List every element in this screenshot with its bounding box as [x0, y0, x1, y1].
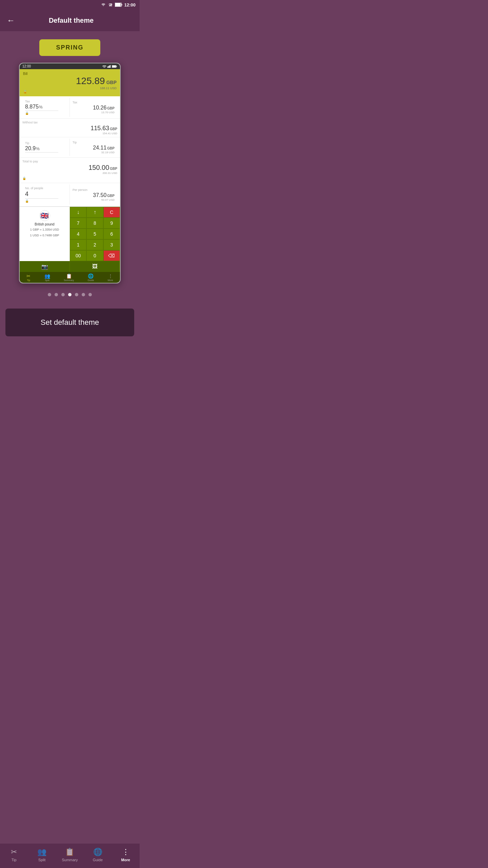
tax-right-label: Tax [73, 101, 115, 104]
phone-nav-guide[interactable]: 🌐 Guide [88, 273, 94, 281]
per-person-amount: 37.50 [93, 192, 106, 198]
dot-2[interactable] [55, 293, 58, 296]
bill-secondary-amount: 168.11 USD [23, 86, 117, 90]
bill-label: Bill [23, 72, 117, 76]
status-icons [101, 3, 122, 7]
key-arrow-up[interactable]: ↑ [86, 207, 103, 218]
phone-mockup: 12:00 Bill 125.89 GBP 168.11 USD 🔒 Tax 8… [19, 63, 121, 283]
phone-nav-tip[interactable]: ✂ Tip [26, 273, 30, 281]
keypad-row-1: ↓ ↑ C [70, 207, 120, 218]
tax-percent-sign: % [39, 105, 43, 110]
per-person-label: Per person [73, 188, 115, 192]
key-delete[interactable]: ⌫ [103, 250, 120, 261]
key-1[interactable]: 1 [70, 239, 86, 250]
tip-amount-cell: Tip 24.11 GBP 32.19 USD [70, 139, 117, 156]
phone-nav-split[interactable]: 👥 Split [44, 273, 50, 281]
key-4[interactable]: 4 [70, 229, 86, 239]
tax-percent-cell: Tax 8.875 % 🔒 [22, 98, 70, 117]
phone-nav-more[interactable]: ⋮ More [108, 273, 113, 281]
tip-percent-sign: % [36, 146, 40, 151]
dot-3[interactable] [61, 293, 65, 296]
key-arrow-down[interactable]: ↓ [70, 207, 86, 218]
key-clear[interactable]: C [103, 207, 120, 218]
phone-nav-summary-label: Summary [64, 279, 74, 281]
key-9[interactable]: 9 [103, 218, 120, 229]
dot-4[interactable] [68, 293, 72, 296]
phone-nav-guide-label: Guide [88, 279, 94, 281]
phone-status-icons [102, 65, 117, 68]
per-person-currency: GBP [107, 194, 115, 198]
total-to-pay-amount: 150.00 [88, 164, 109, 172]
image-icon: 🖼 [92, 263, 98, 270]
camera-button[interactable]: 📷 [20, 261, 70, 272]
image-button[interactable]: 🖼 [70, 261, 120, 272]
phone-nav-split-label: Split [45, 279, 49, 281]
tip-usd: 32.19 USD [73, 151, 115, 154]
bill-amount-row: 125.89 GBP [23, 76, 117, 86]
tax-row: Tax 8.875 % 🔒 Tax 10.26 GBP 13.70 USD [20, 96, 120, 119]
key-6[interactable]: 6 [103, 229, 120, 239]
tip-amount: 24.11 [93, 145, 106, 151]
svg-rect-1 [110, 5, 110, 6]
key-7[interactable]: 7 [70, 218, 86, 229]
svg-rect-5 [115, 3, 121, 6]
dot-7[interactable] [88, 293, 92, 296]
tax-lock-icon: 🔒 [25, 112, 67, 115]
without-tax-amount: 115.63 [90, 125, 109, 132]
key-3[interactable]: 3 [103, 239, 120, 250]
svg-rect-10 [110, 65, 111, 68]
keypad-row-3: 4 5 6 [70, 229, 120, 239]
key-double-zero[interactable]: 00 [70, 250, 86, 261]
exchange-rate-2: 1 USD = 0.7488 GBP [30, 233, 59, 238]
key-2[interactable]: 2 [86, 239, 103, 250]
tax-amount-cell: Tax 10.26 GBP 13.70 USD [70, 98, 117, 117]
key-0[interactable]: 0 [86, 250, 103, 261]
page-title: Default theme [22, 17, 121, 24]
status-time: 12:00 [124, 2, 136, 7]
keypad-row-5: 00 0 ⌫ [70, 250, 120, 261]
dot-1[interactable] [48, 293, 51, 296]
phone-battery-icon [112, 65, 117, 68]
currency-flag: 🇬🇧 [39, 210, 50, 221]
key-8[interactable]: 8 [86, 218, 103, 229]
phone-nav-summary-icon: 📋 [66, 273, 72, 279]
phone-status-time: 12:00 [22, 64, 31, 68]
bottom-section: 🇬🇧 British pound 1 GBP = 1.3354 USD 1 US… [20, 206, 120, 261]
key-5[interactable]: 5 [86, 229, 103, 239]
per-person-amount-cell: Per person 37.50 GBP 50.07 USD [70, 184, 117, 205]
total-to-pay-row: Total to pay 150.00 GBP 200.31 USD 🔒 [20, 158, 120, 183]
phone-nav-tip-icon: ✂ [26, 273, 30, 279]
svg-rect-12 [112, 65, 116, 67]
svg-rect-9 [109, 65, 110, 68]
camera-icon: 📷 [41, 263, 48, 270]
app-header: ← Default theme [0, 9, 140, 31]
svg-rect-0 [109, 5, 110, 6]
tax-percent-value: 8.875 [25, 104, 39, 110]
set-default-button[interactable]: Set default theme [5, 309, 134, 336]
dot-5[interactable] [75, 293, 78, 296]
spring-button[interactable]: SPRING [39, 39, 100, 56]
svg-rect-3 [111, 4, 112, 6]
total-lock-icon: 🔒 [22, 177, 26, 180]
phone-status-bar: 12:00 [20, 63, 120, 69]
tip-row: Tip 20.9 % Tip 24.11 GBP 32.19 USD [20, 137, 120, 158]
phone-nav-summary[interactable]: 📋 Summary [64, 273, 74, 281]
back-button[interactable]: ← [5, 14, 16, 26]
main-content: SPRING 12:00 Bill 125.89 GBP 168.11 USD … [0, 31, 140, 378]
keypad: ↓ ↑ C 7 8 9 4 5 6 1 [70, 207, 120, 261]
phone-nav-more-label: More [108, 279, 113, 281]
svg-rect-7 [107, 66, 108, 68]
keypad-row-4: 1 2 3 [70, 239, 120, 250]
per-person-usd: 50.07 USD [73, 198, 115, 201]
signal-icon [108, 3, 113, 7]
svg-rect-6 [121, 4, 122, 6]
people-count-cell: No. of people 4 🔒 [22, 184, 70, 205]
dot-6[interactable] [82, 293, 85, 296]
per-person-row: No. of people 4 🔒 Per person 37.50 GBP 5… [20, 183, 120, 206]
carousel-dots [48, 293, 92, 296]
currency-name: British pound [35, 222, 54, 226]
status-bar: 12:00 [0, 0, 140, 9]
phone-nav-more-icon: ⋮ [108, 273, 113, 279]
total-to-pay-label: Total to pay [22, 160, 117, 163]
tip-currency: GBP [107, 146, 115, 150]
